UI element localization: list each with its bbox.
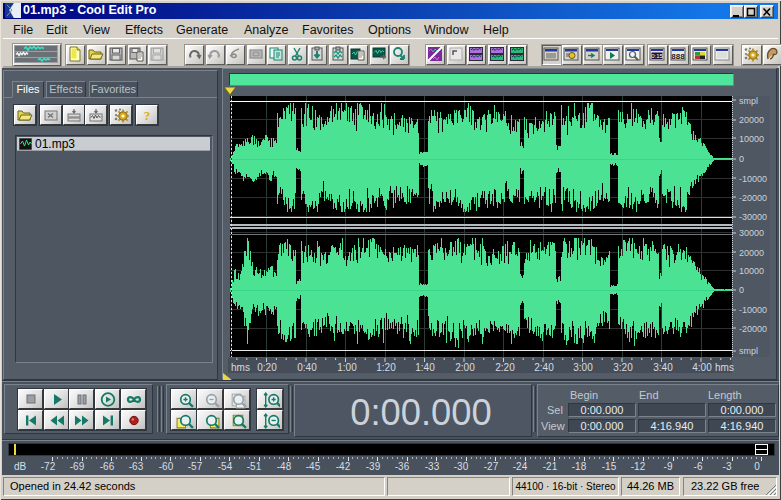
svg-text:0:15: 0:15 bbox=[651, 53, 663, 59]
svg-text:?: ? bbox=[144, 108, 151, 123]
svg-text:888: 888 bbox=[672, 52, 686, 61]
